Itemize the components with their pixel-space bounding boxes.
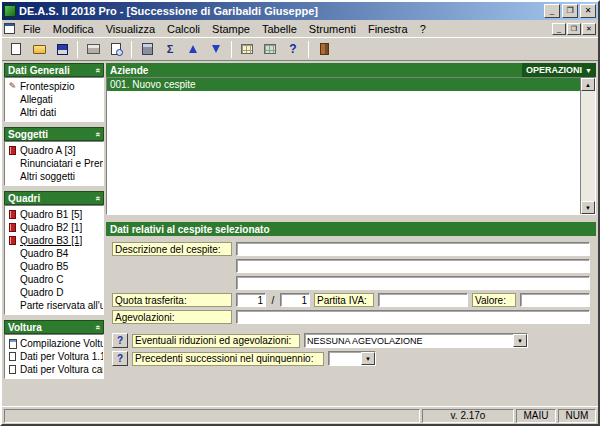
minimize-button[interactable]: _: [544, 4, 560, 18]
sidebar-item-quadro-b1[interactable]: Quadro B1 [5]: [5, 208, 103, 221]
sidebar-item-compilazione-voltura[interactable]: Compilazione Voltura: [5, 337, 103, 350]
toolbar-separator: [308, 41, 309, 58]
import-button[interactable]: [182, 39, 204, 59]
menu-modifica[interactable]: Modifica: [47, 22, 100, 36]
riduzioni-selected-value: NESSUNA AGEVOLAZIONE: [305, 334, 513, 347]
collapse-chevron-icon: «: [93, 324, 102, 329]
new-document-button[interactable]: [5, 39, 27, 59]
sidebar-item-parte-ufficio[interactable]: Parte riservata all'ufficio: [5, 299, 103, 312]
chevron-down-icon[interactable]: ▼: [361, 352, 375, 365]
table-rates-icon: [264, 44, 276, 54]
valore-input[interactable]: [520, 293, 590, 307]
arrow-up-icon: [189, 45, 197, 53]
menu-visualizza[interactable]: Visualizza: [100, 22, 161, 36]
section-items: Quadro B1 [5] Quadro B2 [1] Quadro B3 [1…: [4, 205, 104, 315]
quota-numeratore-input[interactable]: [236, 293, 266, 307]
menu-calcoli[interactable]: Calcoli: [161, 22, 206, 36]
sidebar-item-frontespizio[interactable]: ✎Frontespizio: [5, 80, 103, 93]
sidebar-item-quadro-b2[interactable]: Quadro B2 [1]: [5, 221, 103, 234]
menu-stampe[interactable]: Stampe: [206, 22, 256, 36]
sum-button[interactable]: Σ: [159, 39, 181, 59]
child-minimize-button[interactable]: _: [552, 23, 566, 35]
riduzioni-dropdown[interactable]: NESSUNA AGEVOLAZIONE ▼: [304, 333, 528, 348]
quadro-icon: [8, 146, 17, 155]
sidebar-item-rinunciatari[interactable]: Rinunciatari e Premorti: [5, 157, 103, 170]
sidebar-section-dati-generali: Dati Generali « ✎Frontespizio Allegati A…: [4, 63, 104, 122]
descrizione-input-1[interactable]: [236, 242, 590, 256]
close-button[interactable]: ✕: [580, 4, 596, 18]
operazioni-label: OPERAZIONI: [526, 65, 582, 75]
menu-file[interactable]: File: [17, 22, 47, 36]
table-rates-button[interactable]: [259, 39, 281, 59]
precedenti-dropdown[interactable]: ▼: [328, 351, 376, 366]
partita-iva-label: Partita IVA:: [314, 293, 374, 307]
menu-tabelle[interactable]: Tabelle: [256, 22, 303, 36]
maximize-button[interactable]: ❐: [562, 4, 578, 18]
sidebar-item-altri-soggetti[interactable]: Altri soggetti: [5, 170, 103, 183]
main-area: Dati Generali « ✎Frontespizio Allegati A…: [2, 61, 598, 406]
pencil-icon: ✎: [8, 82, 17, 91]
scroll-down-button[interactable]: ▼: [581, 201, 595, 214]
open-folder-button[interactable]: [28, 39, 50, 59]
riduzioni-label: Eventuali riduzioni ed agevolazioni:: [132, 334, 300, 348]
valore-label: Valore:: [472, 293, 516, 307]
sidebar-item-quadro-b5[interactable]: Quadro B5: [5, 260, 103, 273]
descrizione-input-3[interactable]: [236, 276, 590, 290]
menu-strumenti[interactable]: Strumenti: [303, 22, 362, 36]
cespite-form: Descrizione del cespite: Quota trasferit…: [106, 236, 596, 404]
status-bar: v. 2.17o MAIU NUM: [2, 406, 598, 424]
descrizione-input-2[interactable]: [236, 259, 590, 273]
sidebar: Dati Generali « ✎Frontespizio Allegati A…: [4, 63, 104, 404]
quota-denominatore-input[interactable]: [280, 293, 310, 307]
vertical-scrollbar[interactable]: ▲ ▼: [580, 78, 595, 214]
child-close-button[interactable]: ✕: [582, 23, 596, 35]
arrow-down-icon: [212, 45, 220, 53]
sidebar-item-voltura-cartacea[interactable]: Dati per Voltura cartacea: [5, 363, 103, 376]
sidebar-item-quadro-a[interactable]: Quadro A [3]: [5, 144, 103, 157]
sidebar-item-quadro-c[interactable]: Quadro C: [5, 273, 103, 286]
save-button[interactable]: [51, 39, 73, 59]
help-button[interactable]: ?: [282, 39, 304, 59]
menu-finestra[interactable]: Finestra: [362, 22, 414, 36]
detail-header: Dati relativi al cespite selezionato: [106, 222, 596, 236]
descrizione-label: Descrizione del cespite:: [112, 242, 232, 256]
sidebar-item-quadro-b3[interactable]: Quadro B3 [1]: [5, 234, 103, 247]
sidebar-item-altri-dati[interactable]: Altri dati: [5, 106, 103, 119]
version-panel: v. 2.17o: [422, 409, 514, 423]
agevolazioni-input[interactable]: [236, 310, 590, 324]
agevolazioni-label: Agevolazioni:: [112, 310, 232, 324]
window-controls: _ ❐ ✕: [544, 4, 596, 18]
menu-help[interactable]: ?: [414, 22, 432, 36]
print-preview-icon: [111, 43, 121, 55]
riduzioni-help-button[interactable]: ?: [112, 333, 128, 348]
list-item-cespite[interactable]: 001. Nuovo cespite: [107, 78, 580, 91]
collapse-chevron-icon: «: [93, 131, 102, 136]
toolbar: Σ ?: [2, 37, 598, 61]
export-button[interactable]: [205, 39, 227, 59]
chevron-down-icon[interactable]: ▼: [513, 334, 527, 347]
calculator-button[interactable]: [136, 39, 158, 59]
toolbar-separator: [231, 41, 232, 58]
table-codes-button[interactable]: [236, 39, 258, 59]
exit-button[interactable]: [313, 39, 335, 59]
agevolazioni-row: Agevolazioni:: [112, 310, 590, 324]
riduzioni-row: ? Eventuali riduzioni ed agevolazioni: N…: [112, 333, 590, 348]
sidebar-item-quadro-d[interactable]: Quadro D: [5, 286, 103, 299]
scroll-up-button[interactable]: ▲: [581, 78, 595, 91]
help-icon: ?: [289, 43, 296, 55]
sidebar-item-voltura-dat[interactable]: Dati per Voltura 1.1 (.DAT): [5, 350, 103, 363]
sidebar-item-quadro-b4[interactable]: Quadro B4: [5, 247, 103, 260]
sum-icon: Σ: [167, 44, 174, 55]
section-header-dati-generali[interactable]: Dati Generali «: [4, 63, 104, 77]
partita-iva-input[interactable]: [378, 293, 468, 307]
precedenti-help-button[interactable]: ?: [112, 351, 128, 366]
section-header-voltura[interactable]: Voltura «: [4, 320, 104, 334]
print-button[interactable]: [82, 39, 104, 59]
print-preview-button[interactable]: [105, 39, 127, 59]
sidebar-item-allegati[interactable]: Allegati: [5, 93, 103, 106]
child-restore-button[interactable]: ❐: [567, 23, 581, 35]
operazioni-menu-button[interactable]: OPERAZIONI ▼: [522, 63, 596, 77]
print-icon: [87, 44, 100, 54]
section-header-quadri[interactable]: Quadri «: [4, 191, 104, 205]
section-header-soggetti[interactable]: Soggetti «: [4, 127, 104, 141]
